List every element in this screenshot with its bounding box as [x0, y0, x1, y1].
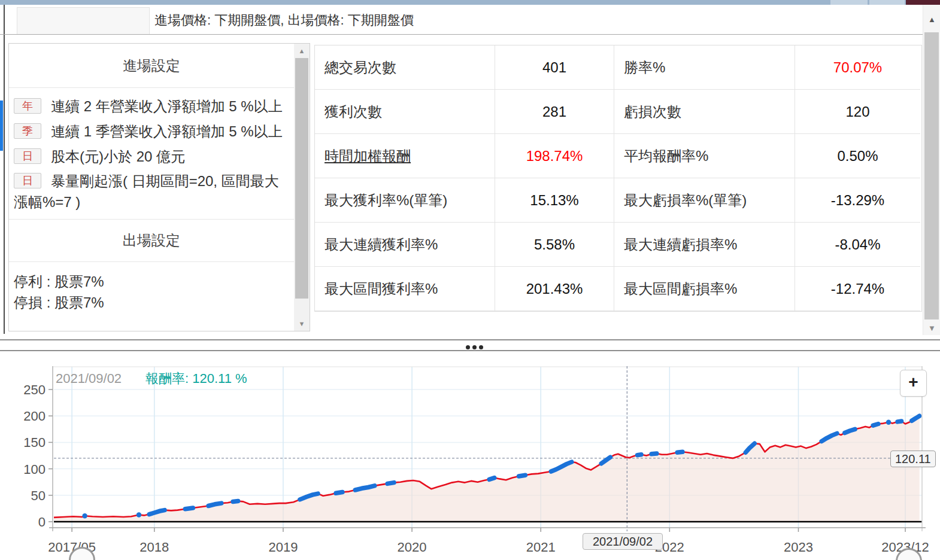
condition-text: 連續 1 季營業收入淨額增加 5 %以上	[51, 123, 283, 139]
backtest-stats-table: 總交易次數401勝率%70.07%獲利次數281虧損次數120時間加權報酬198…	[314, 45, 922, 312]
svg-text:報酬率: 120.11 %: 報酬率: 120.11 %	[145, 371, 247, 386]
stat-value-r4c1: 5.58%	[495, 223, 614, 267]
entry-condition-2[interactable]: 季連續 1 季營業收入淨額增加 5 %以上	[14, 121, 290, 142]
stat-value-r1c1: 281	[495, 90, 614, 134]
entry-settings-title: 進場設定	[9, 44, 294, 88]
tab-strip-segment	[830, 0, 868, 5]
svg-text:2020: 2020	[398, 540, 427, 555]
tab-strip-segment	[869, 0, 905, 5]
stat-label-r4c1: 最大連續獲利率%	[315, 223, 495, 267]
stat-value-r2c2: 0.50%	[795, 134, 920, 178]
price-info-text: 進場價格: 下期開盤價, 出場價格: 下期開盤價	[154, 7, 414, 34]
svg-text:250: 250	[23, 382, 46, 397]
svg-text:50: 50	[31, 488, 46, 503]
svg-text:150: 150	[23, 435, 46, 450]
page-scrollbar[interactable]: ▲ ▼	[923, 5, 940, 335]
svg-text:2019: 2019	[268, 540, 298, 555]
exit-rules-list: 停利 : 股票7%停損 : 股票7%	[9, 262, 294, 314]
splitter-dot	[479, 345, 483, 349]
splitter-dot	[472, 345, 477, 349]
app-screen: 進場價格: 下期開盤價, 出場價格: 下期開盤價 ▲ ▼ 進場設定 年連續 2 …	[0, 0, 940, 560]
condition-text: 股本(元)小於 20 億元	[51, 148, 185, 165]
panel-scrollbar[interactable]: ▲ ▼	[294, 44, 310, 331]
splitter-line	[0, 339, 940, 340]
condition-frequency-badge: 年	[14, 98, 41, 114]
panel-scroll-up-icon[interactable]: ▲	[294, 44, 310, 58]
stat-label-r3c2: 最大虧損率%(單筆)	[614, 178, 795, 223]
exit-rule-2: 停損 : 股票7%	[14, 293, 289, 314]
stat-label-r4c2: 最大連續虧損率%	[614, 223, 795, 267]
svg-text:2021: 2021	[526, 540, 556, 555]
exit-rule-1: 停利 : 股票7%	[14, 272, 289, 293]
page-scrollbar-thumb[interactable]	[924, 32, 939, 319]
scroll-down-icon[interactable]: ▼	[923, 321, 940, 336]
stat-value-r5c2: -12.74%	[795, 267, 920, 311]
splitter-dot	[466, 345, 470, 349]
scroll-up-icon[interactable]: ▲	[923, 12, 940, 28]
entry-conditions-list: 年連續 2 年營業收入淨額增加 5 %以上季連續 1 季營業收入淨額增加 5 %…	[9, 88, 294, 213]
stat-label-r3c1: 最大獲利率%(單筆)	[315, 178, 495, 223]
stat-value-r4c2: -8.04%	[795, 223, 920, 267]
window-top-strip	[0, 0, 940, 5]
condition-frequency-badge: 日	[14, 148, 41, 164]
strategy-name-box[interactable]	[17, 7, 150, 35]
panel-scroll-down-icon[interactable]: ▼	[294, 316, 310, 331]
entry-condition-1[interactable]: 年連續 2 年營業收入淨額增加 5 %以上	[14, 96, 290, 117]
stat-label-r1c2: 虧損次數	[614, 90, 795, 134]
window-left-border	[4, 5, 5, 334]
entry-condition-4[interactable]: 日暴量剛起漲( 日期區間=20, 區間最大漲幅%=7 )	[14, 171, 290, 213]
stat-value-r3c2: -13.29%	[795, 178, 920, 223]
stat-value-r1c2: 120	[795, 90, 920, 134]
side-dock-indicator[interactable]	[0, 101, 3, 151]
svg-text:2023: 2023	[784, 540, 813, 555]
tab-strip-segment-dark	[906, 0, 940, 5]
stat-label-r2c2: 平均報酬率%	[614, 134, 795, 178]
settings-panel: 進場設定 年連續 2 年營業收入淨額增加 5 %以上季連續 1 季營業收入淨額增…	[8, 43, 310, 331]
stat-label-r1c1: 獲利次數	[315, 90, 495, 134]
stat-label-r5c2: 最大區間虧損率%	[614, 267, 795, 311]
header-divider	[0, 34, 923, 35]
equity-curve-chart[interactable]: 0501001502002502017/05201820192020202120…	[0, 353, 940, 560]
stat-value-r0c2: 70.07%	[795, 45, 920, 90]
splitter-handle[interactable]	[461, 342, 487, 349]
svg-text:2018: 2018	[140, 540, 169, 555]
exit-settings-title: 出場設定	[9, 219, 294, 262]
stat-value-r0c1: 401	[495, 45, 614, 90]
svg-text:200: 200	[23, 409, 46, 424]
splitter-line	[0, 350, 940, 351]
condition-text: 暴量剛起漲( 日期區間=20, 區間最大漲幅%=7 )	[14, 173, 279, 210]
stat-label-r0c1: 總交易次數	[315, 45, 495, 90]
stat-value-r2c1: 198.74%	[495, 134, 614, 178]
condition-text: 連續 2 年營業收入淨額增加 5 %以上	[51, 98, 283, 114]
crosshair-date-label: 2021/09/02	[583, 533, 663, 550]
condition-frequency-badge: 日	[14, 173, 41, 188]
stat-label-r0c2: 勝率%	[614, 45, 795, 90]
entry-condition-3[interactable]: 日股本(元)小於 20 億元	[14, 147, 290, 168]
crosshair-value-label: 120.11	[890, 451, 936, 467]
condition-frequency-badge: 季	[14, 123, 41, 139]
stat-value-r3c1: 15.13%	[495, 178, 614, 223]
svg-text:0: 0	[38, 515, 46, 529]
svg-text:2021/09/02: 2021/09/02	[56, 371, 122, 386]
stat-label-r5c1: 最大區間獲利率%	[315, 267, 495, 311]
chart-zoom-in-button[interactable]: +	[900, 370, 927, 397]
stat-value-r5c1: 201.43%	[495, 267, 614, 311]
stat-label-r2c1[interactable]: 時間加權報酬	[315, 134, 495, 178]
panel-scrollbar-thumb[interactable]	[295, 58, 308, 299]
svg-text:100: 100	[23, 462, 46, 477]
